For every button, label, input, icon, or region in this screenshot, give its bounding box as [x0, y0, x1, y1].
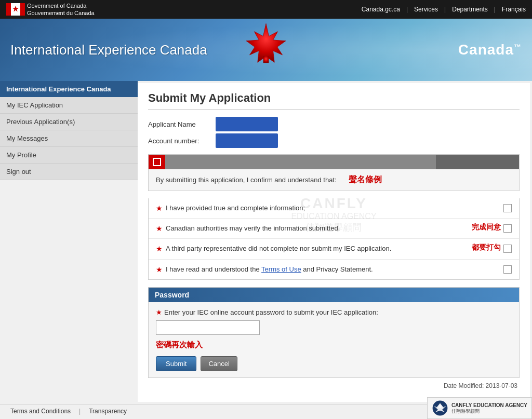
sidebar-item-signout[interactable]: Sign out [0, 164, 138, 180]
gov-name: Government of Canada Gouvernement du Can… [27, 2, 95, 17]
main-content: International Experience Canada My IEC A… [0, 81, 532, 404]
password-chinese: 密碼再次輸入 [156, 340, 512, 350]
checkbox-4[interactable] [503, 265, 512, 274]
declaration-confirm-text: By submitting this application, I confir… [156, 176, 337, 184]
sidebar-item-iec[interactable]: International Experience Canada [0, 81, 138, 97]
checkbox-text-3: A third party representative did not com… [166, 244, 498, 253]
banner-maple-leaf [243, 21, 289, 70]
date-modified: Date Modified: 2013-07-03 [148, 378, 520, 394]
gov-nav: Canada.gc.ca | Services | Departments | … [362, 6, 526, 13]
svg-rect-5 [263, 57, 269, 63]
svg-point-10 [438, 405, 442, 408]
svg-rect-0 [6, 3, 11, 16]
declaration-chinese: 聲名條例 [349, 175, 382, 184]
strip-red [149, 155, 165, 169]
banner: International Experience Canada Canada™ [0, 19, 532, 81]
password-field[interactable] [156, 320, 260, 335]
sidebar-item-my-iec[interactable]: My IEC Application [0, 97, 138, 114]
sidebar-item-profile[interactable]: My Profile [0, 147, 138, 164]
canfly-badge-text: CANFLY EDUCATION AGENCY 佳翔遊學顧問 [451, 402, 527, 415]
svg-rect-1 [20, 3, 25, 16]
gov-header: Government of Canada Gouvernement du Can… [0, 0, 532, 19]
password-section: Password ★ Enter your IEC online account… [148, 287, 520, 378]
account-number-label: Account number: [148, 137, 216, 145]
gov-logo: Government of Canada Gouvernement du Can… [6, 2, 95, 17]
checkbox-item-1: ★ I have provided true and complete info… [149, 198, 519, 219]
transparency-link[interactable]: Transparency [89, 408, 127, 415]
canada-link[interactable]: Canada.gc.ca [362, 6, 400, 13]
required-star-2: ★ [156, 224, 163, 233]
checkbox-items: ★ I have provided true and complete info… [148, 198, 520, 280]
password-prompt: ★ Enter your IEC online account password… [156, 308, 512, 316]
applicant-info: Applicant Name Account number: [148, 117, 520, 148]
applicant-name-row: Applicant Name [148, 117, 520, 131]
checkbox-text-4: I have read and understood the Terms of … [166, 265, 498, 274]
submit-button[interactable]: Submit [156, 356, 196, 371]
checkbox-item-2: ★ Canadian authorities may verify the in… [149, 219, 519, 239]
banner-title: International Experience Canada [10, 42, 207, 58]
required-star-3: ★ [156, 245, 163, 253]
checkbox-1[interactable] [503, 204, 512, 212]
checkbox-3[interactable] [503, 245, 512, 253]
required-star-4: ★ [156, 265, 163, 274]
strip-dark [436, 155, 519, 169]
canfly-badge: CANFLY EDUCATION AGENCY 佳翔遊學顧問 [427, 397, 532, 419]
canada-wordmark: Canada™ [458, 42, 522, 58]
sidebar-item-previous[interactable]: Previous Application(s) [0, 114, 138, 130]
declaration-body: By submitting this application, I confir… [149, 169, 519, 191]
declaration-section: By submitting this application, I confir… [148, 154, 520, 191]
page-title: Submit My Application [148, 91, 520, 110]
applicant-name-label: Applicant Name [148, 120, 216, 128]
flag-icon [6, 3, 25, 16]
password-body: ★ Enter your IEC online account password… [149, 302, 519, 377]
sidebar-item-messages[interactable]: My Messages [0, 130, 138, 147]
checkbox-item-4: ★ I have read and understood the Terms o… [149, 260, 519, 279]
terms-conditions-link[interactable]: Terms and Conditions [10, 408, 71, 415]
password-header: Password [149, 288, 519, 302]
sidebar: International Experience Canada My IEC A… [0, 81, 138, 404]
required-star-1: ★ [156, 204, 163, 212]
content-area: Submit My Application Applicant Name Acc… [138, 83, 530, 402]
departments-link[interactable]: Departments [452, 6, 488, 13]
checkbox-item-3: ★ A third party representative did not c… [149, 239, 519, 259]
canfly-eagle-icon [432, 400, 448, 416]
checkbox-2[interactable] [503, 224, 512, 233]
button-row: Submit Cancel [156, 356, 512, 371]
account-number-row: Account number: [148, 133, 520, 148]
chinese-annotation-check: 都要打勾 [472, 243, 501, 252]
applicant-name-value [216, 117, 278, 131]
chinese-annotation-agree: 完成同意 [472, 223, 501, 232]
francais-link[interactable]: Français [502, 6, 526, 13]
checkbox-text-1: I have provided true and complete inform… [166, 204, 498, 213]
checkbox-text-2: Canadian authorities may verify the info… [166, 224, 498, 233]
strip-gray [165, 155, 436, 169]
services-link[interactable]: Services [414, 6, 438, 13]
account-number-value [216, 133, 278, 148]
cancel-button[interactable]: Cancel [201, 356, 237, 371]
terms-link[interactable]: Terms of Use [261, 265, 301, 273]
